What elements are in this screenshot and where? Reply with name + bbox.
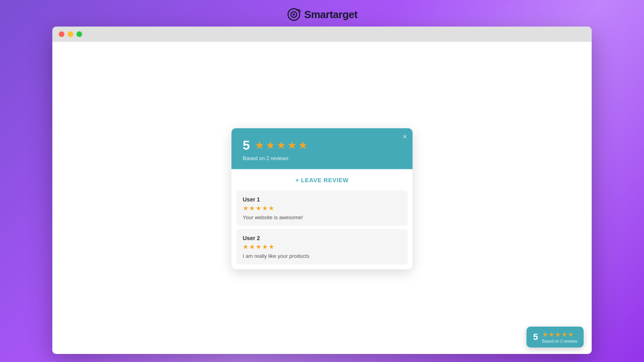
review-1-star-1: ★: [243, 204, 248, 212]
review-stars-2: ★ ★ ★ ★ ★: [243, 243, 401, 251]
review-2-star-5: ★: [268, 243, 274, 251]
review-text-2: I am really like your products: [243, 253, 401, 259]
star-3: ★: [277, 139, 286, 152]
logo: Smartarget: [287, 7, 357, 22]
close-button[interactable]: ×: [402, 133, 407, 140]
review-1-star-2: ★: [249, 204, 255, 212]
review-1-star-5: ★: [268, 204, 274, 212]
mini-star-3: ★: [555, 331, 561, 338]
review-2-star-4: ★: [262, 243, 268, 251]
leave-review-button[interactable]: + LEAVE REVIEW: [231, 169, 413, 191]
review-2-star-2: ★: [249, 243, 255, 251]
review-widget: × 5 ★ ★ ★ ★ ★ Based on 2 reviews + LEAVE…: [231, 128, 413, 269]
star-5: ★: [298, 139, 308, 152]
mini-star-2: ★: [549, 331, 554, 338]
review-text-1: Your website is awesome!: [243, 214, 401, 220]
review-1-star-4: ★: [262, 204, 268, 212]
review-user-2: User 2: [243, 235, 401, 241]
mini-star-1: ★: [542, 331, 548, 338]
window-close-dot[interactable]: [59, 31, 64, 37]
top-bar: Smartarget: [0, 0, 644, 27]
review-2-star-1: ★: [243, 243, 248, 251]
header-stars: ★ ★ ★ ★ ★: [255, 139, 308, 152]
window-maximize-dot[interactable]: [76, 31, 82, 37]
widget-header: × 5 ★ ★ ★ ★ ★ Based on 2 reviews: [231, 128, 413, 169]
browser-chrome: [52, 27, 592, 42]
rating-subtitle: Based on 2 reviews: [243, 155, 401, 161]
browser-window: × 5 ★ ★ ★ ★ ★ Based on 2 reviews + LEAVE…: [52, 27, 592, 354]
mini-rating-number: 5: [533, 332, 538, 342]
svg-point-2: [293, 13, 295, 15]
review-card-2: User 2 ★ ★ ★ ★ ★ I am really like your p…: [236, 229, 408, 265]
star-1: ★: [255, 139, 264, 152]
logo-text: Smartarget: [304, 8, 357, 21]
smartarget-logo-icon: [287, 7, 301, 22]
widget-body: + LEAVE REVIEW User 1 ★ ★ ★ ★ ★ Your web…: [231, 169, 413, 269]
star-2: ★: [266, 139, 275, 152]
star-4: ★: [287, 139, 297, 152]
mini-widget[interactable]: 5 ★ ★ ★ ★ ★ Based on 2 reviews: [526, 327, 584, 348]
widget-header-top: 5 ★ ★ ★ ★ ★: [243, 138, 401, 153]
browser-content: × 5 ★ ★ ★ ★ ★ Based on 2 reviews + LEAVE…: [52, 42, 592, 354]
review-card-1: User 1 ★ ★ ★ ★ ★ Your website is awesome…: [236, 191, 408, 226]
review-2-star-3: ★: [256, 243, 261, 251]
review-user-1: User 1: [243, 196, 401, 203]
review-1-star-3: ★: [256, 204, 261, 212]
mini-stars-row: ★ ★ ★ ★ ★: [542, 331, 577, 338]
mini-stars-col: ★ ★ ★ ★ ★ Based on 2 reviews: [542, 331, 577, 343]
rating-number: 5: [243, 138, 250, 153]
mini-star-5: ★: [568, 331, 574, 338]
review-stars-1: ★ ★ ★ ★ ★: [243, 204, 401, 212]
reviews-list: User 1 ★ ★ ★ ★ ★ Your website is awesome…: [231, 191, 413, 269]
mini-subtitle: Based on 2 reviews: [542, 339, 577, 343]
mini-star-4: ★: [561, 331, 567, 338]
window-minimize-dot[interactable]: [68, 31, 73, 37]
